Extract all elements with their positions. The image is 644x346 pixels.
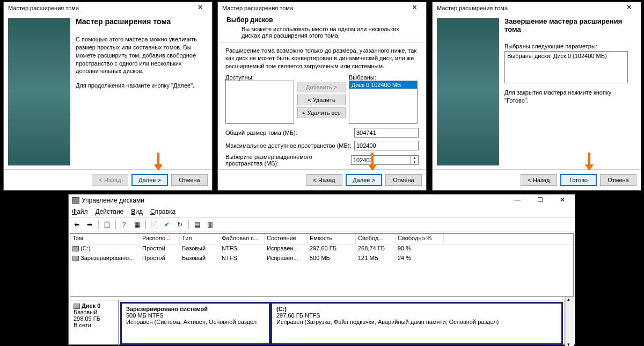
finish-button[interactable]: Готово bbox=[560, 174, 597, 186]
params-box: Выбраны диски: Диск 0 (102400 МБ) bbox=[504, 51, 628, 83]
window-title: Мастер расширения тома bbox=[8, 5, 79, 11]
max-space-value: 102400 bbox=[354, 141, 419, 150]
alloc-size-input[interactable] bbox=[351, 155, 411, 165]
menu-action[interactable]: Действие bbox=[96, 208, 124, 215]
disk-graphical-view: Диск 0 Базовый 298,09 ГБ В сети Зарезерв… bbox=[70, 300, 565, 346]
step-heading: Выбор дисков bbox=[226, 16, 421, 24]
close-icon[interactable]: ✕ bbox=[404, 3, 425, 13]
cancel-button[interactable]: Отмена bbox=[171, 174, 208, 186]
arrow-annotation bbox=[368, 153, 377, 171]
close-icon[interactable]: ✕ bbox=[618, 3, 640, 13]
window-title: Мастер расширения тома bbox=[437, 5, 508, 11]
remove-all-button[interactable]: < Удалить все bbox=[297, 107, 346, 118]
col-layout[interactable]: Располо... bbox=[140, 234, 180, 244]
col-pct[interactable]: Свободно % bbox=[396, 234, 444, 244]
total-size-label: Общий размер тома (МБ): bbox=[225, 129, 297, 136]
back-button[interactable]: < Назад bbox=[521, 174, 557, 186]
total-size-value: 304741 bbox=[354, 128, 419, 138]
column-headers: Том Располо... Тип Файловая с... Состоян… bbox=[70, 234, 573, 244]
wizard-text-2: Для продолжения нажмите кнопку "Далее". bbox=[76, 82, 208, 90]
selected-disk-item[interactable]: Диск 0 102400 МБ bbox=[349, 81, 417, 89]
titlebar: Мастер расширения тома ✕ bbox=[218, 2, 426, 14]
warning-text: Расширение тома возможно только до разме… bbox=[225, 47, 419, 70]
next-button[interactable]: Далее > bbox=[346, 174, 382, 186]
close-button[interactable]: ✕ bbox=[551, 195, 574, 206]
menu-file[interactable]: Файл bbox=[72, 208, 88, 215]
menu-help[interactable]: Справка bbox=[150, 208, 175, 215]
disk-header[interactable]: Диск 0 Базовый 298,09 ГБ В сети bbox=[70, 300, 119, 346]
col-volume[interactable]: Том bbox=[70, 234, 140, 244]
remove-button[interactable]: < Удалить bbox=[297, 95, 346, 105]
volume-row[interactable]: Зарезервировано... Простой Базовый NTFS … bbox=[70, 254, 573, 264]
menu-bar: Файл Действие Вид Справка bbox=[69, 206, 575, 217]
volume-row[interactable]: (C:) Простой Базовый NTFS Исправен... 29… bbox=[70, 244, 573, 254]
minimize-button[interactable]: — bbox=[506, 195, 529, 206]
add-button: Добавить > bbox=[297, 82, 346, 92]
close-icon[interactable]: ✕ bbox=[189, 3, 211, 13]
titlebar: Управление дисками — ☐ ✕ bbox=[69, 194, 575, 206]
disk-management-window: Управление дисками — ☐ ✕ Файл Действие В… bbox=[68, 194, 575, 345]
col-cap[interactable]: Емкость bbox=[308, 234, 356, 244]
back-icon[interactable]: ⬅ bbox=[71, 219, 83, 230]
check-icon[interactable]: ✔ bbox=[161, 219, 173, 230]
toolbar: ⬅ ➡ 📋 ? ▦ 📄 ✔ ↻ ▤ ▥ bbox=[69, 217, 575, 232]
titlebar: Мастер расширения тома ✕ bbox=[433, 2, 641, 14]
wizard-banner bbox=[437, 18, 499, 165]
alloc-size-label: Выберите размер выделяемого пространства… bbox=[225, 154, 351, 167]
max-space-label: Максимальное доступное пространство (МБ)… bbox=[225, 142, 351, 149]
wizard-step1: Мастер расширения тома ✕ Мастер расширен… bbox=[3, 2, 213, 191]
wizard-text: С помощью этого мастера можно увеличить … bbox=[76, 35, 208, 75]
col-type[interactable]: Тип bbox=[180, 234, 219, 244]
new-icon[interactable]: 📄 bbox=[148, 219, 160, 230]
params-label: Выбраны следующие параметры: bbox=[504, 43, 636, 49]
wizard-text: Для закрытия мастера нажмите кнопку "Гот… bbox=[504, 89, 636, 105]
cancel-button[interactable]: Отмена bbox=[600, 174, 636, 186]
forward-icon[interactable]: ➡ bbox=[84, 219, 96, 230]
maximize-button[interactable]: ☐ bbox=[529, 195, 551, 206]
app-icon bbox=[72, 197, 79, 204]
detail-icon[interactable]: ▥ bbox=[204, 219, 216, 230]
wizard-banner bbox=[8, 18, 70, 165]
selected-label: Выбраны: bbox=[349, 74, 418, 81]
wizard-step3: Мастер расширения тома ✕ Завершение маст… bbox=[432, 2, 641, 191]
menu-view[interactable]: Вид bbox=[131, 208, 143, 215]
window-title: Управление дисками bbox=[82, 197, 144, 204]
vertical-scrollbar[interactable] bbox=[565, 297, 574, 346]
spinner-buttons[interactable]: ▲▼ bbox=[411, 155, 419, 165]
available-list[interactable] bbox=[225, 81, 294, 124]
arrow-annotation bbox=[585, 153, 594, 171]
col-state[interactable]: Состояние bbox=[265, 234, 308, 244]
wizard-step2: Мастер расширения тома ✕ Выбор дисков Вы… bbox=[217, 2, 427, 191]
cancel-button[interactable]: Отмена bbox=[385, 174, 422, 186]
step-subtext: Вы можете использовать место на одном ил… bbox=[226, 24, 421, 42]
partition-c[interactable]: (C:) 297,60 ГБ NTFS Исправен (Загрузка, … bbox=[270, 302, 563, 345]
window-title: Мастер расширения тома bbox=[222, 5, 293, 11]
wizard-heading: Мастер расширения тома bbox=[76, 17, 208, 26]
help-icon[interactable]: ? bbox=[118, 219, 130, 230]
volume-list: Том Располо... Тип Файловая с... Состоян… bbox=[70, 233, 574, 297]
browse-icon[interactable]: 📋 bbox=[101, 219, 113, 230]
col-fs[interactable]: Файловая с... bbox=[219, 234, 265, 244]
available-label: Доступны: bbox=[225, 74, 294, 81]
disk-icon bbox=[74, 304, 80, 309]
arrow-annotation bbox=[154, 153, 163, 171]
list-icon[interactable]: ▤ bbox=[191, 219, 203, 230]
back-button[interactable]: < Назад bbox=[306, 174, 342, 186]
properties-icon[interactable]: ▦ bbox=[131, 219, 143, 230]
refresh-icon[interactable]: ↻ bbox=[174, 219, 186, 230]
selected-list[interactable]: Диск 0 102400 МБ bbox=[349, 81, 418, 124]
wizard-heading: Завершение мастера расширения тома bbox=[504, 17, 636, 33]
titlebar: Мастер расширения тома ✕ bbox=[4, 2, 212, 14]
partition-system-reserved[interactable]: Зарезервировано системой 500 МБ NTFS Исп… bbox=[120, 302, 270, 345]
col-free[interactable]: Свобод... bbox=[356, 234, 396, 244]
next-button[interactable]: Далее > bbox=[131, 174, 168, 186]
volume-icon bbox=[72, 256, 79, 261]
back-button: < Назад bbox=[92, 174, 128, 186]
params-value: Выбраны диски: Диск 0 (102400 МБ) bbox=[507, 53, 607, 59]
volume-icon bbox=[72, 246, 79, 251]
